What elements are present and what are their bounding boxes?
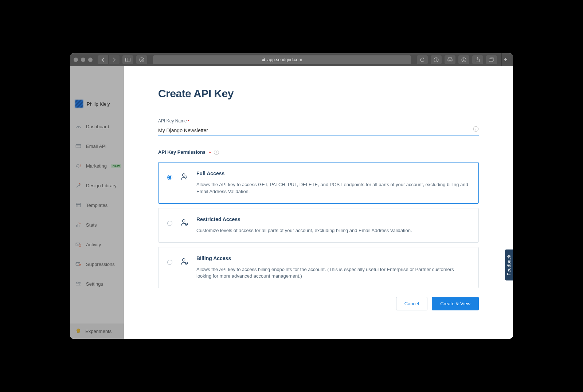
privacy-report-button[interactable] xyxy=(136,55,147,64)
design-icon xyxy=(75,182,82,189)
svg-point-25 xyxy=(78,223,79,223)
person-icon xyxy=(180,173,188,181)
input-info-icon[interactable]: i xyxy=(473,126,479,132)
required-marker: • xyxy=(188,118,189,124)
sidebar-item-dashboard[interactable]: Dashboard xyxy=(70,117,124,136)
svg-point-35 xyxy=(79,283,80,285)
printer-icon xyxy=(447,57,453,62)
permission-card-2[interactable]: $Billing AccessAllows the API key to acc… xyxy=(158,247,479,289)
scroll-area[interactable]: Create API Key API Key Name• i API Key P… xyxy=(124,66,513,339)
mail-block-icon xyxy=(75,261,82,267)
svg-point-3 xyxy=(141,59,143,61)
feedback-tab[interactable]: Feedback xyxy=(505,250,513,281)
sidebar-item-label: Design Library xyxy=(86,183,117,188)
tabs-button[interactable] xyxy=(486,55,497,64)
new-badge: NEW xyxy=(111,164,121,168)
chevron-right-icon xyxy=(112,58,116,62)
sidebar-item-label: Stats xyxy=(86,222,97,228)
sidebar-item-label: Activity xyxy=(86,242,101,247)
downloads-button[interactable] xyxy=(458,55,469,64)
download-icon xyxy=(461,57,466,62)
svg-rect-16 xyxy=(76,145,81,148)
create-view-button[interactable]: Create & View xyxy=(432,297,479,310)
svg-point-24 xyxy=(79,223,80,224)
permissions-section-label: API Key Permissions• i xyxy=(158,149,479,155)
lock-icon xyxy=(262,58,265,62)
api-key-name-label: API Key Name• xyxy=(158,118,189,124)
reader-button[interactable] xyxy=(431,55,442,64)
svg-point-2 xyxy=(140,58,144,62)
page-title: Create API Key xyxy=(158,87,479,100)
back-button[interactable] xyxy=(98,55,109,64)
sidebar-user-name: Philip Kiely xyxy=(87,101,110,107)
browser-window: app.sendgrid.com + xyxy=(70,53,513,339)
mail-clock-icon xyxy=(75,241,82,248)
gauge-icon xyxy=(75,123,82,130)
sidebar-item-label: Email API xyxy=(86,144,106,149)
svg-text:$: $ xyxy=(186,262,187,264)
sidebar-item-stats[interactable]: Stats xyxy=(70,215,124,235)
forward-button[interactable] xyxy=(109,55,120,64)
sidebar-item-email-api[interactable]: Email API xyxy=(70,136,124,156)
print-button[interactable] xyxy=(445,55,455,64)
api-key-name-input[interactable] xyxy=(158,125,479,136)
svg-point-43 xyxy=(183,258,185,261)
reload-icon xyxy=(420,57,425,62)
form-actions: Cancel Create & View xyxy=(158,297,479,310)
radio-button[interactable] xyxy=(167,221,172,226)
svg-rect-36 xyxy=(78,333,79,334)
svg-point-42 xyxy=(186,224,187,224)
radio-button[interactable] xyxy=(167,175,172,180)
card-icon xyxy=(75,143,82,149)
maximize-window-button[interactable] xyxy=(88,58,93,62)
sidebar-item-suppressions[interactable]: Suppressions xyxy=(70,254,124,274)
sidebar-item-marketing[interactable]: Marketing NEW xyxy=(70,156,124,176)
reload-button[interactable] xyxy=(417,55,428,64)
required-marker: • xyxy=(209,149,211,155)
sidebar-item-label: Suppressions xyxy=(86,262,115,267)
permission-card-0[interactable]: Full AccessAllows the API key to access … xyxy=(158,162,479,204)
new-tab-button[interactable]: + xyxy=(501,53,509,66)
shield-icon xyxy=(139,57,144,62)
sidebar-item-activity[interactable]: Activity xyxy=(70,235,124,254)
sidebar-item-templates[interactable]: Templates xyxy=(70,195,124,215)
cancel-button[interactable]: Cancel xyxy=(396,297,427,310)
sidebar-item-label: Templates xyxy=(86,203,107,208)
permission-card-1[interactable]: Restricted AccessCustomize levels of acc… xyxy=(158,208,479,243)
app-content: Philip Kiely Dashboard Email API Marketi… xyxy=(70,66,513,339)
experiments-bar[interactable]: Experiments xyxy=(70,324,124,339)
sidebar: Philip Kiely Dashboard Email API Marketi… xyxy=(70,66,124,339)
sidebar-item-label: Marketing xyxy=(86,163,107,169)
minimize-window-button[interactable] xyxy=(81,58,85,62)
sidebar-user[interactable]: Philip Kiely xyxy=(70,95,124,117)
share-icon xyxy=(476,57,480,62)
sliders-icon xyxy=(75,281,82,287)
permission-title: Full Access xyxy=(196,170,470,176)
tabs-icon xyxy=(489,58,494,62)
layout-icon xyxy=(75,202,82,208)
share-button[interactable] xyxy=(472,55,483,64)
sidebar-toggle-button[interactable] xyxy=(122,55,133,64)
permission-title: Restricted Access xyxy=(196,216,470,222)
main-panel: Create API Key API Key Name• i API Key P… xyxy=(124,66,513,339)
lightbulb-icon xyxy=(75,328,82,334)
svg-rect-18 xyxy=(76,203,81,207)
radio-button[interactable] xyxy=(167,260,172,265)
stats-icon xyxy=(75,222,82,228)
traffic-lights xyxy=(74,58,93,62)
permission-desc: Allows the API key to access billing end… xyxy=(196,266,470,280)
sidebar-item-label: Settings xyxy=(86,281,103,287)
sidebar-item-settings[interactable]: Settings xyxy=(70,274,124,289)
info-icon[interactable]: i xyxy=(214,150,219,155)
address-text: app.sendgrid.com xyxy=(267,57,302,62)
svg-point-7 xyxy=(436,58,437,59)
svg-point-34 xyxy=(77,282,78,283)
svg-rect-8 xyxy=(449,58,451,59)
info-icon xyxy=(434,57,439,62)
permission-desc: Allows the API key to access GET, PATCH,… xyxy=(196,181,470,195)
sidebar-item-design-library[interactable]: Design Library xyxy=(70,176,124,195)
svg-rect-14 xyxy=(489,59,493,62)
address-bar[interactable]: app.sendgrid.com xyxy=(153,55,411,64)
permissions-list: Full AccessAllows the API key to access … xyxy=(158,162,479,288)
close-window-button[interactable] xyxy=(74,58,78,62)
